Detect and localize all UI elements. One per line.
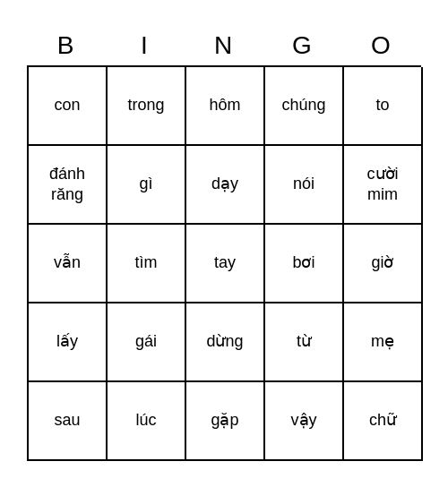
header-letter: O xyxy=(342,26,421,65)
bingo-cell-0-2: hôm xyxy=(186,67,265,146)
bingo-cell-1-4: cườimim xyxy=(344,146,423,225)
bingo-cell-4-1: lúc xyxy=(108,382,186,461)
bingo-cell-3-1: gái xyxy=(108,303,186,382)
header-letter: B xyxy=(27,26,106,65)
bingo-cell-0-4: to xyxy=(344,67,423,146)
bingo-cell-3-3: từ xyxy=(265,303,344,382)
header-letter: I xyxy=(106,26,185,65)
bingo-cell-4-2: gặp xyxy=(186,382,265,461)
bingo-cell-1-1: gì xyxy=(108,146,186,225)
bingo-header-row: BINGO xyxy=(27,26,421,65)
bingo-cell-3-4: mẹ xyxy=(344,303,423,382)
bingo-cell-3-2: dừng xyxy=(186,303,265,382)
bingo-cell-4-3: vậy xyxy=(265,382,344,461)
bingo-card: BINGO contronghômchúngtođánhrănggìdạynói… xyxy=(27,26,421,461)
bingo-cell-2-1: tìm xyxy=(108,225,186,303)
bingo-cell-2-2: tay xyxy=(186,225,265,303)
header-letter: G xyxy=(263,26,342,65)
bingo-cell-1-0: đánhrăng xyxy=(29,146,108,225)
bingo-cell-2-3: bơi xyxy=(265,225,344,303)
bingo-cell-0-3: chúng xyxy=(265,67,344,146)
bingo-grid: contronghômchúngtođánhrănggìdạynóicườimi… xyxy=(27,65,421,461)
bingo-cell-1-2: dạy xyxy=(186,146,265,225)
bingo-cell-4-0: sau xyxy=(29,382,108,461)
bingo-cell-0-0: con xyxy=(29,67,108,146)
bingo-cell-0-1: trong xyxy=(108,67,186,146)
bingo-cell-1-3: nói xyxy=(265,146,344,225)
bingo-cell-3-0: lấy xyxy=(29,303,108,382)
bingo-cell-2-4: giờ xyxy=(344,225,423,303)
bingo-cell-2-0: vẫn xyxy=(29,225,108,303)
header-letter: N xyxy=(185,26,263,65)
bingo-cell-4-4: chữ xyxy=(344,382,423,461)
